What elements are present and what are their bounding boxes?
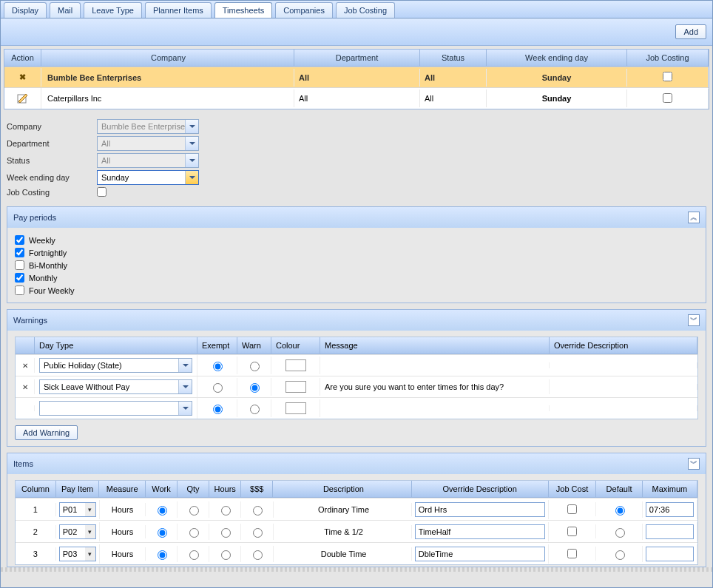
default-radio[interactable] bbox=[615, 528, 625, 538]
company-select[interactable]: Bumble Bee Enterprises bbox=[97, 119, 199, 134]
company-jc-checkbox[interactable] bbox=[663, 93, 672, 103]
work-radio[interactable] bbox=[158, 506, 167, 516]
warnings-header[interactable]: Warnings bbox=[7, 310, 706, 331]
pay-period-checkbox[interactable] bbox=[15, 248, 24, 257]
exempt-radio[interactable] bbox=[213, 405, 223, 414]
delete-icon[interactable] bbox=[22, 382, 28, 391]
company-name: Caterpillars Inc bbox=[41, 89, 294, 107]
item-column: 1 bbox=[16, 503, 56, 516]
payitem-select[interactable]: P02 bbox=[59, 524, 96, 539]
col-header-column: Column bbox=[16, 481, 56, 498]
jobcost-checkbox[interactable] bbox=[567, 504, 577, 514]
maximum-input[interactable] bbox=[646, 524, 694, 539]
tab-display[interactable]: Display bbox=[4, 2, 47, 18]
daytype-select[interactable]: Sick Leave Without Pay bbox=[39, 379, 192, 394]
money-radio[interactable] bbox=[253, 506, 263, 516]
item-description: Double Time bbox=[274, 547, 412, 561]
override-input[interactable] bbox=[415, 547, 545, 561]
pay-period-checkbox[interactable] bbox=[15, 285, 24, 295]
exempt-radio[interactable] bbox=[213, 383, 223, 393]
jobcost-checkbox[interactable] bbox=[567, 527, 577, 536]
chevron-down-icon bbox=[185, 171, 198, 184]
warning-override bbox=[550, 405, 697, 411]
col-header-job-costing: Job Costing bbox=[627, 50, 709, 67]
default-radio[interactable] bbox=[615, 506, 625, 516]
default-radio[interactable] bbox=[615, 550, 625, 560]
qty-radio[interactable] bbox=[189, 506, 199, 516]
week-select[interactable]: Sunday bbox=[97, 170, 199, 185]
department-select[interactable]: All bbox=[97, 136, 199, 151]
override-input[interactable] bbox=[415, 502, 545, 517]
chevron-down-icon bbox=[185, 120, 198, 133]
collapse-icon[interactable] bbox=[688, 458, 700, 470]
col-header-department: Department bbox=[294, 50, 420, 67]
delete-icon[interactable] bbox=[22, 361, 28, 370]
warn-radio[interactable] bbox=[250, 362, 260, 371]
colour-swatch[interactable] bbox=[285, 402, 306, 414]
chevron-down-icon bbox=[178, 359, 192, 372]
work-radio[interactable] bbox=[158, 528, 167, 538]
daytype-select[interactable]: Public Holiday (State) bbox=[39, 358, 192, 373]
pay-period-checkbox[interactable] bbox=[15, 260, 24, 270]
chevron-down-icon bbox=[85, 547, 95, 561]
warnings-panel: Warnings Day Type Exempt Warn Colour Mes… bbox=[7, 309, 706, 447]
company-form: Company Bumble Bee Enterprises Departmen… bbox=[1, 112, 712, 203]
items-header[interactable]: Items bbox=[7, 453, 706, 474]
chevron-down-icon bbox=[185, 137, 198, 150]
toolbar: Add bbox=[1, 18, 712, 46]
pay-period-checkbox[interactable] bbox=[15, 273, 24, 283]
col-header-override: Override Description bbox=[550, 337, 697, 354]
delete-icon[interactable] bbox=[19, 72, 26, 82]
payitem-select[interactable]: P01 bbox=[59, 502, 96, 517]
hours-radio[interactable] bbox=[221, 550, 231, 560]
table-row: Sick Leave Without PayAre you sure you w… bbox=[16, 376, 697, 397]
hours-radio[interactable] bbox=[221, 506, 231, 516]
col-header-exempt: Exempt bbox=[197, 337, 237, 354]
status-select[interactable]: All bbox=[97, 153, 199, 168]
override-input[interactable] bbox=[415, 524, 545, 539]
tab-job-costing[interactable]: Job Costing bbox=[336, 2, 395, 18]
jobcost-checkbox[interactable] bbox=[567, 549, 577, 558]
col-header-description: Description bbox=[273, 481, 411, 498]
maximum-input[interactable] bbox=[646, 502, 694, 517]
tab-mail[interactable]: Mail bbox=[50, 2, 81, 18]
colour-swatch[interactable] bbox=[285, 381, 306, 393]
pay-period-checkbox[interactable] bbox=[15, 235, 24, 245]
tab-timesheets[interactable]: Timesheets bbox=[214, 2, 272, 18]
maximum-input[interactable] bbox=[646, 547, 694, 561]
chevron-down-icon bbox=[85, 503, 95, 516]
payitem-select[interactable]: P03 bbox=[59, 547, 96, 561]
daytype-select[interactable] bbox=[39, 401, 192, 416]
hours-radio[interactable] bbox=[221, 528, 231, 538]
exempt-radio[interactable] bbox=[213, 362, 223, 371]
qty-radio[interactable] bbox=[189, 550, 199, 560]
qty-radio[interactable] bbox=[189, 528, 199, 538]
add-warning-button[interactable]: Add Warning bbox=[15, 425, 78, 440]
label-job-costing: Job Costing bbox=[7, 188, 97, 197]
money-radio[interactable] bbox=[253, 550, 263, 560]
pay-periods-header[interactable]: Pay periods bbox=[7, 207, 706, 228]
col-header-measure: Measure bbox=[99, 481, 146, 498]
tab-leave-type[interactable]: Leave Type bbox=[84, 2, 142, 18]
warning-message bbox=[320, 405, 550, 411]
work-radio[interactable] bbox=[158, 550, 167, 560]
add-button[interactable]: Add bbox=[675, 24, 706, 39]
pay-periods-panel: Pay periods Weekly Fortnightly Bi-Monthl… bbox=[7, 206, 706, 303]
warning-message bbox=[320, 362, 550, 368]
table-row[interactable]: Caterpillars IncAllAllSunday bbox=[4, 87, 709, 109]
warn-radio[interactable] bbox=[250, 405, 260, 414]
tab-planner-items[interactable]: Planner Items bbox=[145, 2, 212, 18]
company-dept: All bbox=[294, 69, 420, 87]
companies-grid: Action Company Department Status Week en… bbox=[4, 49, 709, 109]
warn-radio[interactable] bbox=[250, 383, 260, 393]
table-row[interactable]: Bumble Bee EnterprisesAllAllSunday bbox=[4, 67, 709, 87]
tab-companies[interactable]: Companies bbox=[275, 2, 333, 18]
colour-swatch[interactable] bbox=[285, 359, 306, 371]
week-select-value: Sunday bbox=[98, 173, 185, 182]
edit-icon[interactable] bbox=[17, 92, 29, 104]
collapse-icon[interactable] bbox=[688, 212, 700, 223]
company-jc-checkbox[interactable] bbox=[663, 72, 672, 81]
money-radio[interactable] bbox=[253, 528, 263, 538]
job-costing-checkbox[interactable] bbox=[97, 187, 107, 197]
collapse-icon[interactable] bbox=[688, 314, 700, 326]
